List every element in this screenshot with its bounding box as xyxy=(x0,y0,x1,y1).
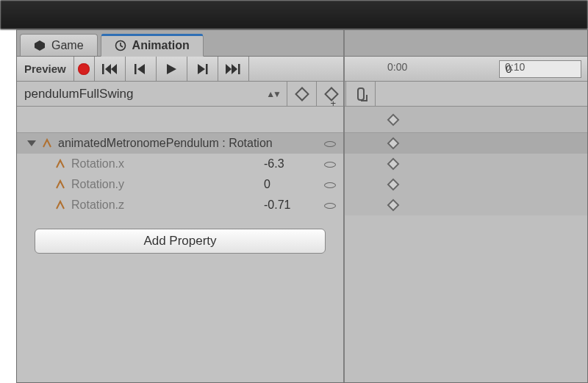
add-property-area: Add Property xyxy=(17,215,343,267)
svg-marker-0 xyxy=(35,40,45,51)
tab-bar: Game Animation xyxy=(17,30,587,57)
ellipsis-icon xyxy=(324,141,336,147)
record-button[interactable] xyxy=(74,57,95,81)
keyframe-marker-icon[interactable] xyxy=(387,179,400,191)
clock-icon xyxy=(115,40,126,51)
unity-editor-frame: Game Animation Preview xyxy=(0,0,588,383)
play-icon xyxy=(164,63,179,75)
dropdown-icon: ▲▼ xyxy=(266,89,279,99)
transform-icon xyxy=(55,179,65,190)
property-value[interactable]: -6.3 xyxy=(264,157,323,171)
ellipsis-icon xyxy=(324,182,336,188)
track-rotation-y[interactable] xyxy=(343,174,587,195)
svg-rect-12 xyxy=(238,64,240,74)
event-marker-icon xyxy=(357,87,365,101)
tab-game-label: Game xyxy=(51,39,84,52)
ruler-tick-0: 0:00 xyxy=(387,61,407,73)
keyframe-plus-icon xyxy=(324,87,339,101)
property-row-rotation-y[interactable]: Rotation.y 0 xyxy=(17,174,343,195)
property-list: animatedMetronomePendulum : Rotation Rot… xyxy=(17,133,343,215)
svg-marker-7 xyxy=(167,64,176,74)
clip-toolbar: pendulumFullSwing ▲▼ xyxy=(17,82,587,107)
track-area[interactable] xyxy=(343,107,587,382)
keyframe-icon xyxy=(295,87,309,101)
track-rotation-z[interactable] xyxy=(343,195,587,215)
prev-key-icon xyxy=(133,63,148,75)
timeline-panel[interactable]: 0:00 0:10 xyxy=(343,107,587,382)
track-rotation[interactable] xyxy=(343,133,587,154)
clip-select[interactable]: pendulumFullSwing ▲▼ xyxy=(17,82,287,106)
go-to-end-button[interactable] xyxy=(218,57,249,81)
transform-icon xyxy=(42,138,52,148)
keyframe-marker-icon[interactable] xyxy=(387,113,400,126)
property-label: Rotation.x xyxy=(71,157,264,171)
split-panes: animatedMetronomePendulum : Rotation Rot… xyxy=(17,107,587,382)
preview-toggle[interactable]: Preview xyxy=(17,57,74,81)
next-key-icon xyxy=(195,63,209,75)
property-row-menu[interactable] xyxy=(323,178,337,191)
ellipsis-icon xyxy=(324,203,336,209)
svg-rect-2 xyxy=(102,64,104,74)
scene-preview-strip xyxy=(0,0,588,29)
record-dot-icon xyxy=(78,63,90,75)
property-row-label: animatedMetronomePendulum : Rotation xyxy=(58,137,323,150)
add-property-label: Add Property xyxy=(143,234,216,248)
keyframe-marker-icon[interactable] xyxy=(387,137,400,150)
property-label: Rotation.z xyxy=(71,198,264,212)
property-row-menu[interactable] xyxy=(323,157,337,171)
animation-window: Game Animation Preview xyxy=(16,29,588,383)
svg-marker-8 xyxy=(198,64,205,74)
property-label: Rotation.y xyxy=(71,178,264,191)
prev-key-button[interactable] xyxy=(126,57,157,81)
tab-animation-label: Animation xyxy=(132,39,190,52)
play-button[interactable] xyxy=(157,57,187,81)
property-row-rotation-z[interactable]: Rotation.z -0.71 xyxy=(17,195,343,215)
clip-name-label: pendulumFullSwing xyxy=(24,87,133,101)
ellipsis-icon xyxy=(324,162,336,168)
transform-icon xyxy=(55,200,65,210)
track-spacer xyxy=(343,107,587,133)
add-keyframe-plus-button[interactable] xyxy=(317,82,346,106)
property-panel: animatedMetronomePendulum : Rotation Rot… xyxy=(17,107,343,382)
svg-rect-5 xyxy=(135,64,137,74)
property-value[interactable]: 0 xyxy=(264,178,323,191)
skip-start-icon xyxy=(102,63,117,75)
add-property-button[interactable]: Add Property xyxy=(35,229,326,254)
disclosure-triangle-icon xyxy=(27,140,36,146)
add-keyframe-button[interactable] xyxy=(287,82,317,106)
property-header-spacer xyxy=(17,107,343,133)
property-row-rotation[interactable]: animatedMetronomePendulum : Rotation xyxy=(17,133,343,154)
time-ruler[interactable]: 0:00 0:10 xyxy=(343,57,587,82)
svg-marker-11 xyxy=(232,64,237,74)
property-row-rotation-x[interactable]: Rotation.x -6.3 xyxy=(17,154,343,174)
go-to-start-button[interactable] xyxy=(95,57,126,81)
track-rotation-x[interactable] xyxy=(343,154,587,174)
tab-game[interactable]: Game xyxy=(20,34,98,56)
keyframe-marker-icon[interactable] xyxy=(387,199,400,212)
transform-icon xyxy=(55,159,65,169)
pane-splitter[interactable] xyxy=(343,30,345,382)
svg-marker-3 xyxy=(105,64,111,74)
skip-end-icon xyxy=(226,63,240,75)
svg-marker-6 xyxy=(137,64,145,74)
property-row-menu[interactable] xyxy=(323,198,337,212)
add-event-button[interactable] xyxy=(346,82,376,106)
unity-logo-icon xyxy=(34,40,46,51)
next-key-button[interactable] xyxy=(187,57,218,81)
preview-label: Preview xyxy=(24,62,66,75)
tab-animation[interactable]: Animation xyxy=(101,35,204,57)
ruler-tick-1: 0:10 xyxy=(505,61,525,73)
property-row-menu[interactable] xyxy=(323,137,337,150)
svg-marker-10 xyxy=(226,64,232,74)
svg-rect-9 xyxy=(206,64,208,74)
svg-marker-4 xyxy=(111,64,117,74)
keyframe-marker-icon[interactable] xyxy=(387,158,400,171)
property-value[interactable]: -0.71 xyxy=(264,198,323,212)
